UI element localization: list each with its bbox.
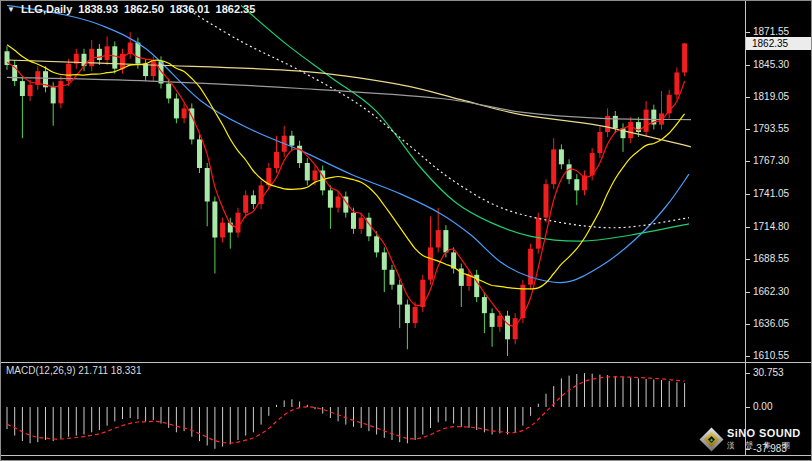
price-tick-mark — [746, 194, 750, 195]
price-axis[interactable]: 1871.551845.301819.051793.551767.301741.… — [746, 1, 812, 362]
diamond-logo-icon — [699, 427, 723, 451]
price-tick-mark — [746, 161, 750, 162]
price-tick-mark — [746, 65, 750, 66]
low-value: 1836.01 — [170, 3, 210, 15]
price-tick-mark — [746, 97, 750, 98]
price-tick-mark — [746, 356, 750, 357]
ma-khaki — [7, 60, 691, 147]
symbol-dropdown-icon[interactable]: ▼ — [7, 4, 15, 15]
price-tick-label: 1610.55 — [753, 350, 789, 361]
macd-indicator-canvas[interactable] — [1, 363, 745, 455]
ma-green — [241, 5, 689, 241]
price-tick-mark — [746, 227, 750, 228]
price-tick-mark — [746, 292, 750, 293]
open-value: 1838.93 — [78, 3, 118, 15]
price-tick-label: 1793.55 — [753, 123, 789, 134]
macd-axis[interactable]: 30.7530.00-37.983 — [746, 362, 812, 455]
chart-title-bar: ▼ LLG,Daily 1838.93 1862.50 1836.01 1862… — [7, 3, 255, 15]
price-tick-label: 1819.05 — [753, 91, 789, 102]
price-tick-label: 1871.55 — [753, 26, 789, 37]
price-tick-mark — [746, 259, 750, 260]
price-tick-label: 1767.30 — [753, 155, 789, 166]
price-tick-label: 1714.80 — [753, 221, 789, 232]
ma-medium-yellow — [7, 45, 685, 289]
macd-tick-mark — [746, 407, 750, 408]
price-tick-label: 1845.30 — [753, 59, 789, 70]
symbol-timeframe-label: LLG,Daily — [21, 3, 72, 15]
macd-tick-label: 30.753 — [753, 367, 784, 378]
ma-gray — [7, 77, 691, 119]
price-tick-mark — [746, 129, 750, 130]
bottom-frame-line — [1, 455, 812, 456]
macd-tick-mark — [746, 449, 750, 450]
trading-chart-window: ▼ LLG,Daily 1838.93 1862.50 1836.01 1862… — [0, 0, 812, 461]
high-value: 1862.50 — [124, 3, 164, 15]
macd-tick-label: 0.00 — [753, 401, 772, 412]
main-price-chart-canvas[interactable] — [1, 1, 745, 362]
price-tick-label: 1688.55 — [753, 253, 789, 264]
price-tick-mark — [746, 324, 750, 325]
close-value: 1862.35 — [216, 3, 256, 15]
price-tick-label: 1741.05 — [753, 188, 789, 199]
macd-tick-label: -37.983 — [753, 443, 787, 454]
macd-indicator-label: MACD(12,26,9) 21.711 18.331 — [6, 365, 141, 376]
price-tick-label: 1636.05 — [753, 318, 789, 329]
macd-tick-mark — [746, 373, 750, 374]
price-tick-mark — [746, 32, 750, 33]
current-price-badge: 1862.35 — [746, 37, 812, 50]
panel-separator[interactable] — [1, 362, 812, 363]
price-tick-label: 1662.30 — [753, 286, 789, 297]
